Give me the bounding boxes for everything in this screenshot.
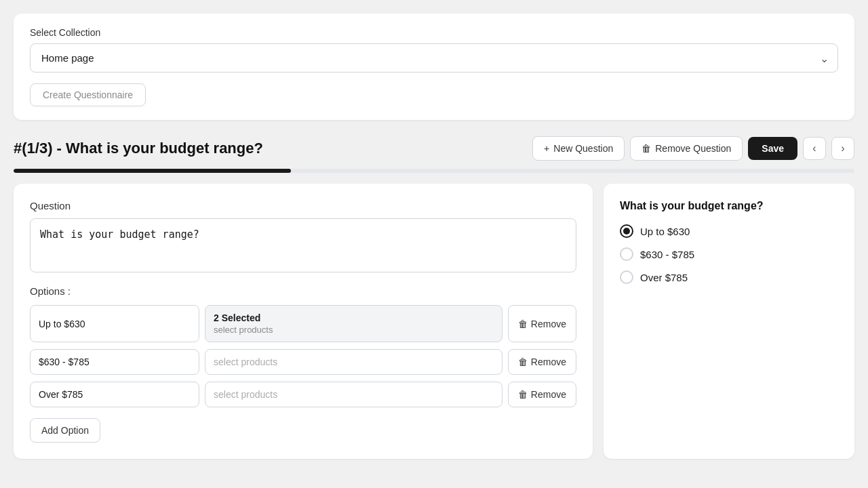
preview-option-label-1: Up to $630 — [640, 226, 690, 237]
plus-icon: + — [544, 143, 549, 154]
collection-select-wrapper: Home page ⌄ — [30, 43, 838, 73]
question-header: #(1/3) - What is your budget range? + Ne… — [14, 136, 854, 161]
option-row: select products 🗑 Remove — [30, 382, 576, 407]
add-option-button[interactable]: Add Option — [30, 418, 100, 443]
create-questionnaire-button[interactable]: Create Questionnaire — [30, 83, 146, 106]
remove-question-button[interactable]: 🗑 Remove Question — [630, 136, 743, 161]
preview-question: What is your budget range? — [620, 200, 838, 212]
option-text-input-2[interactable] — [30, 349, 199, 375]
collection-card: Select Collection Home page ⌄ Create Que… — [14, 14, 854, 120]
preview-option-3: Over $785 — [620, 270, 838, 284]
trash-icon-1: 🗑 — [518, 319, 528, 329]
header-actions: + New Question 🗑 Remove Question Save ‹ … — [532, 136, 854, 161]
option-row: 2 Selected select products 🗑 Remove — [30, 305, 576, 342]
radio-2[interactable] — [620, 247, 633, 261]
options-label: Options : — [30, 285, 576, 297]
preview-option-label-2: $630 - $785 — [640, 249, 694, 260]
product-select-button-3[interactable]: select products — [205, 382, 502, 407]
progress-bar-container — [14, 169, 854, 173]
main-content: Question Options : 2 Selected select pro… — [14, 184, 854, 459]
question-input[interactable] — [30, 218, 576, 272]
right-panel: What is your budget range? Up to $630 $6… — [604, 184, 854, 459]
question-title: #(1/3) - What is your budget range? — [14, 140, 263, 157]
preview-option-label-3: Over $785 — [640, 272, 688, 283]
remove-button-1[interactable]: 🗑 Remove — [508, 305, 576, 342]
progress-bar-fill — [14, 169, 291, 173]
option-text-input-1[interactable] — [30, 305, 199, 342]
prev-button[interactable]: ‹ — [803, 137, 826, 160]
next-button[interactable]: › — [831, 137, 854, 160]
product-select-button-1[interactable]: 2 Selected select products — [205, 305, 502, 342]
radio-1[interactable] — [620, 224, 633, 238]
select-products-placeholder-2: select products — [214, 357, 277, 367]
trash-icon: 🗑 — [642, 143, 651, 154]
collection-label: Select Collection — [30, 27, 838, 38]
collection-select[interactable]: Home page — [30, 43, 838, 73]
select-products-placeholder-3: select products — [214, 389, 277, 400]
left-panel: Question Options : 2 Selected select pro… — [14, 184, 593, 459]
preview-options: Up to $630 $630 - $785 Over $785 — [620, 224, 838, 284]
new-question-button[interactable]: + New Question — [532, 136, 625, 161]
remove-button-3[interactable]: 🗑 Remove — [508, 382, 576, 407]
select-products-placeholder-1: select products — [214, 325, 273, 335]
trash-icon-3: 🗑 — [518, 389, 528, 400]
save-button[interactable]: Save — [748, 137, 797, 160]
selected-count-1: 2 Selected — [214, 312, 260, 323]
preview-option-2: $630 - $785 — [620, 247, 838, 261]
question-section-label: Question — [30, 200, 576, 211]
preview-option-1: Up to $630 — [620, 224, 838, 238]
trash-icon-2: 🗑 — [518, 357, 528, 367]
option-row: select products 🗑 Remove — [30, 349, 576, 375]
remove-button-2[interactable]: 🗑 Remove — [508, 349, 576, 375]
option-text-input-3[interactable] — [30, 382, 199, 407]
radio-3[interactable] — [620, 270, 633, 284]
product-select-button-2[interactable]: select products — [205, 349, 502, 375]
